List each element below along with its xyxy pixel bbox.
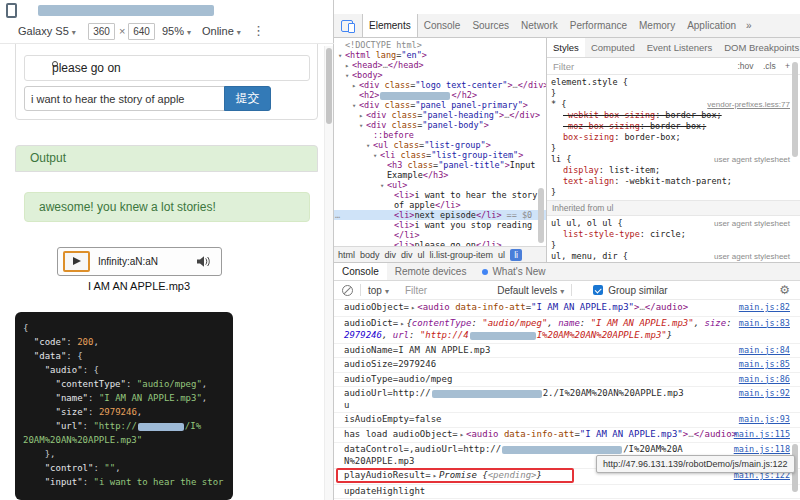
source-link[interactable]: main.js:92 (739, 388, 790, 398)
source-link[interactable]: main.js:84 (739, 345, 790, 355)
source-link[interactable]: main.js:118 (734, 444, 790, 454)
tree-line[interactable]: of apple</li> (334, 200, 546, 210)
css-rule-selector[interactable]: ul ul, ol ul {user agent stylesheet (547, 218, 800, 229)
console-settings-gear-icon[interactable]: ⚙ (779, 283, 790, 297)
device-height-input[interactable] (128, 23, 155, 40)
stylesheet-source-link[interactable]: user agent stylesheet (714, 218, 790, 229)
console-tab-remote-devices[interactable]: Remote devices (387, 263, 475, 280)
tree-line[interactable]: ▾<div class="panel panel-primary"> (334, 100, 546, 110)
clear-console-icon[interactable] (342, 285, 353, 296)
css-property[interactable]: list-style-type: circle; (547, 229, 800, 240)
breadcrumb-item[interactable]: li (510, 249, 522, 261)
new-style-rule-button[interactable]: + (785, 61, 790, 71)
tree-line[interactable]: ▾<li class="list-group-item"> (334, 150, 546, 160)
more-tabs-icon[interactable]: » (742, 20, 756, 31)
expand-ellipsis-icon[interactable]: … (335, 210, 340, 220)
stylesheet-source-link[interactable]: vendor-prefixes.less:77 (707, 99, 790, 110)
sidebar-tab-computed[interactable]: Computed (585, 38, 641, 57)
tree-line[interactable]: <!DOCTYPE html> (334, 40, 546, 50)
tree-line[interactable]: ▾<ul class="list-group"> (334, 140, 546, 150)
css-property[interactable]: display: list-item; (547, 165, 800, 176)
toggle-element-state-button[interactable]: :hov (737, 61, 753, 71)
device-width-input[interactable] (88, 23, 115, 40)
breadcrumb-item[interactable]: li.list-group-item (430, 250, 494, 260)
tree-line[interactable]: </li> (334, 230, 546, 240)
breadcrumb-item[interactable]: ul (498, 250, 505, 260)
tree-line[interactable]: …<li>next episode</li> == $0 (334, 210, 546, 220)
css-property[interactable]: text-align: -webkit-match-parent; (547, 176, 800, 187)
source-link[interactable]: main.js:83 (739, 318, 790, 328)
tree-line[interactable]: <h2></h2> (334, 90, 546, 100)
device-select-label: Galaxy S5 (18, 25, 69, 37)
more-options-icon[interactable]: ⋮ (252, 23, 265, 38)
tab-memory[interactable]: Memory (633, 14, 681, 37)
tree-line[interactable]: ▾<body> (334, 70, 546, 80)
breadcrumb: htmlbodydivdivulli.list-group-itemulli (334, 246, 546, 262)
elements-tree: <!DOCTYPE html>▾<html lang="en">▸<head>…… (334, 38, 546, 246)
console-tab-what-s-new[interactable]: What's New (474, 263, 553, 280)
device-select[interactable]: Galaxy S5▾ (18, 25, 76, 37)
tab-network[interactable]: Network (515, 14, 564, 37)
stylesheet-source-link[interactable]: user agent stylesheet (714, 251, 790, 262)
source-link[interactable]: main.js:85 (739, 359, 790, 369)
tab-performance[interactable]: Performance (564, 14, 633, 37)
source-link[interactable]: main.js:93 (739, 414, 790, 424)
breadcrumb-item[interactable]: div (385, 250, 397, 260)
devtools: ElementsConsoleSourcesNetworkPerformance… (334, 0, 800, 500)
tab-sources[interactable]: Sources (466, 14, 515, 37)
tab-application[interactable]: Application (681, 14, 742, 37)
toggle-device-toolbar-icon[interactable] (341, 19, 357, 33)
tree-line[interactable]: Example</h3> (334, 170, 546, 180)
question-input[interactable] (24, 86, 225, 111)
log-level-select[interactable]: Default levels▾ (497, 285, 564, 296)
breadcrumb-item[interactable]: html (338, 250, 355, 260)
source-link[interactable]: main.js:86 (739, 374, 790, 384)
sidebar-tab-dom-breakpoints[interactable]: DOM Breakpoints (718, 38, 800, 57)
tree-line[interactable]: ▾<html lang="en"> (334, 50, 546, 60)
speaker-icon[interactable] (197, 256, 210, 269)
tree-line[interactable]: ▸<div class="panel-heading">…</div> (334, 110, 546, 120)
tab-elements[interactable]: Elements (362, 14, 418, 37)
tree-line[interactable]: <h3 class="panel-title">Input (334, 160, 546, 170)
tab-console[interactable]: Console (418, 14, 467, 37)
group-similar-checkbox[interactable] (593, 285, 603, 295)
sidebar-tab-event-listeners[interactable]: Event Listeners (641, 38, 718, 57)
submit-button[interactable]: 提交 (224, 86, 271, 111)
css-rule-selector[interactable]: * {vendor-prefixes.less:77 (547, 99, 800, 110)
tree-line[interactable]: ::before (334, 130, 546, 140)
breadcrumb-item[interactable]: body (360, 250, 380, 260)
context-select[interactable]: top▾ (368, 285, 389, 296)
tree-line[interactable]: ▾<div class="panel-body"> (334, 120, 546, 130)
styles-scrollbar-thumb[interactable] (792, 62, 798, 157)
console-filter-input[interactable]: Filter (405, 285, 427, 296)
devtools-tabs: ElementsConsoleSourcesNetworkPerformance… (362, 14, 742, 37)
breadcrumb-item[interactable]: div (401, 250, 413, 260)
network-throttle-select[interactable]: Online▾ (202, 25, 241, 37)
source-link[interactable]: main.js:115 (734, 429, 790, 439)
console-toolbar: top▾ Filter Default levels▾ Group simila… (334, 281, 800, 300)
scrollbar-thumb[interactable] (326, 48, 332, 124)
css-property[interactable]: -webkit-box-sizing: border-box; (547, 110, 800, 121)
css-rule-selector[interactable]: element.style { (547, 77, 800, 88)
element-classes-button[interactable]: .cls (763, 61, 776, 71)
tree-line[interactable]: ▸<head>…</head> (334, 60, 546, 70)
tree-line[interactable]: <li>i want you stop reading (334, 220, 546, 230)
breadcrumb-item[interactable]: ul (418, 250, 425, 260)
tree-line[interactable]: <li>i want to hear the story (334, 190, 546, 200)
console-tab-console[interactable]: Console (334, 263, 387, 280)
play-button[interactable] (63, 251, 90, 272)
stylesheet-source-link[interactable]: user agent stylesheet (714, 154, 790, 165)
sidebar-tab-styles[interactable]: Styles (547, 38, 585, 57)
css-rule-selector[interactable]: li {user agent stylesheet (547, 154, 800, 165)
page-scrollbar[interactable] (324, 46, 333, 500)
tree-line[interactable]: ▸<div class="logo text-center">…</div> (334, 80, 546, 90)
screenshot-root: Galaxy S5▾ × 95%▾ Online▾ ⋮ please go on… (0, 0, 800, 500)
tree-line[interactable]: ▾<ul> (334, 180, 546, 190)
css-property[interactable]: box-sizing: border-box; (547, 132, 800, 143)
elements-scrollbar-thumb[interactable] (538, 188, 544, 243)
zoom-select[interactable]: 95%▾ (162, 25, 191, 37)
source-link[interactable]: main.js:82 (739, 302, 790, 312)
styles-filter-input[interactable]: Filter (553, 61, 574, 72)
css-property[interactable]: -moz-box-sizing: border-box; (547, 121, 800, 132)
css-rule-selector[interactable]: ul, menu, dir {user agent stylesheet (547, 251, 800, 262)
